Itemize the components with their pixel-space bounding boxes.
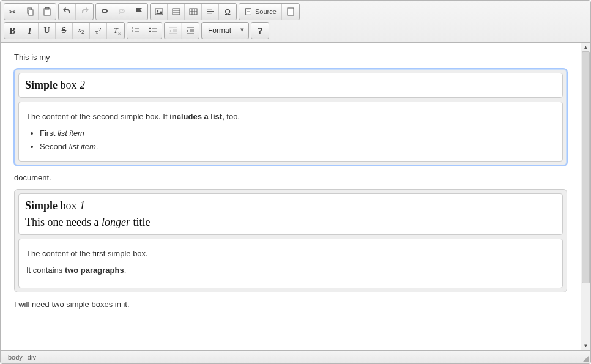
- format-label: Format: [208, 26, 231, 35]
- cut-icon: ✂: [9, 7, 16, 17]
- strike-button[interactable]: S: [56, 23, 73, 39]
- svg-rect-2: [44, 9, 50, 15]
- table-button[interactable]: [185, 4, 202, 20]
- svg-rect-7: [173, 9, 180, 15]
- link-icon: [100, 7, 110, 17]
- scroll-track[interactable]: [581, 51, 590, 341]
- paste-button[interactable]: [39, 4, 56, 20]
- status-bar: body div: [1, 350, 590, 363]
- help-icon: ?: [258, 26, 263, 35]
- redo-button[interactable]: [76, 4, 93, 20]
- undo-group: [58, 3, 94, 20]
- unlink-button[interactable]: [113, 4, 130, 20]
- strike-icon: S: [62, 26, 67, 35]
- paste-icon: [42, 7, 52, 17]
- scroll-up-arrow[interactable]: ▲: [581, 43, 590, 51]
- resize-handle[interactable]: [582, 355, 589, 362]
- simple-box-content[interactable]: The content of the second simple box. It…: [18, 102, 563, 162]
- cut-button[interactable]: ✂: [4, 4, 21, 20]
- link-group: [95, 3, 148, 20]
- newpage-icon: [286, 7, 296, 17]
- simple-box-title[interactable]: Simple box 1This one needs a longer titl…: [18, 193, 563, 235]
- bold-button[interactable]: B: [4, 23, 21, 39]
- svg-rect-3: [45, 7, 49, 9]
- indent-button[interactable]: [182, 23, 199, 39]
- media-button[interactable]: [168, 4, 185, 20]
- source-icon: [244, 7, 253, 16]
- bullet-list-icon: [148, 26, 158, 35]
- svg-rect-1: [29, 10, 33, 15]
- vertical-scrollbar[interactable]: ▲ ▼: [581, 43, 590, 350]
- svg-point-6: [157, 10, 158, 12]
- simple-box-title[interactable]: Simple box 2: [18, 73, 563, 98]
- source-group: Source: [239, 3, 300, 20]
- bold-icon: B: [9, 26, 15, 36]
- svg-text:2: 2: [132, 29, 133, 33]
- specialchar-button[interactable]: Ω: [219, 4, 236, 20]
- underline-button[interactable]: U: [39, 23, 56, 39]
- image-icon: [154, 7, 164, 17]
- copy-button[interactable]: [21, 4, 39, 20]
- indent-group: [164, 22, 199, 39]
- removeformat-icon: T: [113, 26, 117, 35]
- unlink-icon: [117, 7, 127, 17]
- toolbar: ✂ Ω Source: [1, 1, 590, 43]
- flag-icon: [134, 7, 144, 17]
- hr-icon: [206, 7, 215, 17]
- svg-point-26: [149, 31, 151, 32]
- subscript-button[interactable]: x2: [73, 23, 90, 39]
- redo-icon: [80, 7, 89, 17]
- anchor-button[interactable]: [130, 4, 147, 20]
- svg-rect-20: [288, 8, 294, 15]
- outdent-icon: [168, 26, 178, 35]
- toolbar-row-1: ✂ Ω Source: [4, 3, 587, 20]
- newpage-button[interactable]: [282, 4, 299, 20]
- paragraph[interactable]: This is my: [14, 51, 567, 64]
- italic-icon: I: [28, 26, 32, 36]
- source-button[interactable]: Source: [239, 4, 282, 20]
- clipboard-group: ✂: [4, 3, 56, 20]
- removeformat-button[interactable]: T: [107, 23, 124, 39]
- bullet-list-button[interactable]: [144, 23, 162, 39]
- table-icon: [188, 7, 198, 17]
- omega-icon: Ω: [225, 7, 231, 17]
- scroll-thumb[interactable]: [582, 51, 590, 283]
- hr-button[interactable]: [202, 4, 219, 20]
- copy-icon: [25, 7, 35, 17]
- paragraph[interactable]: document.: [14, 172, 567, 184]
- scroll-down-arrow[interactable]: ▼: [581, 341, 590, 350]
- simple-box-widget-1[interactable]: Simple box 1This one needs a longer titl…: [14, 189, 567, 292]
- underline-icon: U: [43, 26, 50, 35]
- ckeditor-root: ✂ Ω Source: [0, 0, 591, 364]
- content-area: This is my Simple box 2 The content of t…: [1, 43, 590, 350]
- editable-content[interactable]: This is my Simple box 2 The content of t…: [1, 43, 581, 350]
- italic-button[interactable]: I: [21, 23, 39, 39]
- image-button[interactable]: [151, 4, 168, 20]
- undo-button[interactable]: [59, 4, 76, 20]
- toolbar-row-2: B I U S x2 x2 T 12 Format ?: [4, 22, 587, 39]
- subscript-icon: x2: [78, 26, 84, 35]
- simple-box-content[interactable]: The content of the first simple box.It c…: [18, 239, 563, 288]
- simple-box-widget-2[interactable]: Simple box 2 The content of the second s…: [14, 69, 567, 166]
- paragraph[interactable]: I will need two simple boxes in it.: [14, 299, 567, 311]
- media-icon: [171, 7, 181, 17]
- undo-icon: [62, 7, 72, 17]
- list-group: 12: [127, 22, 162, 39]
- basicstyles-group: B I U S x2 x2 T: [4, 22, 125, 39]
- numbered-list-icon: 12: [131, 26, 141, 35]
- numbered-list-button[interactable]: 12: [127, 23, 144, 39]
- superscript-button[interactable]: x2: [90, 23, 107, 39]
- superscript-icon: x2: [95, 26, 101, 35]
- outdent-button[interactable]: [165, 23, 182, 39]
- elementspath-item[interactable]: div: [25, 354, 39, 361]
- insert-group: Ω: [150, 3, 237, 20]
- help-button[interactable]: ?: [251, 22, 269, 39]
- elementspath-item[interactable]: body: [6, 354, 25, 361]
- svg-point-25: [149, 28, 151, 29]
- format-dropdown[interactable]: Format: [201, 22, 249, 39]
- link-button[interactable]: [96, 4, 113, 20]
- source-label: Source: [255, 8, 277, 15]
- indent-icon: [185, 26, 195, 35]
